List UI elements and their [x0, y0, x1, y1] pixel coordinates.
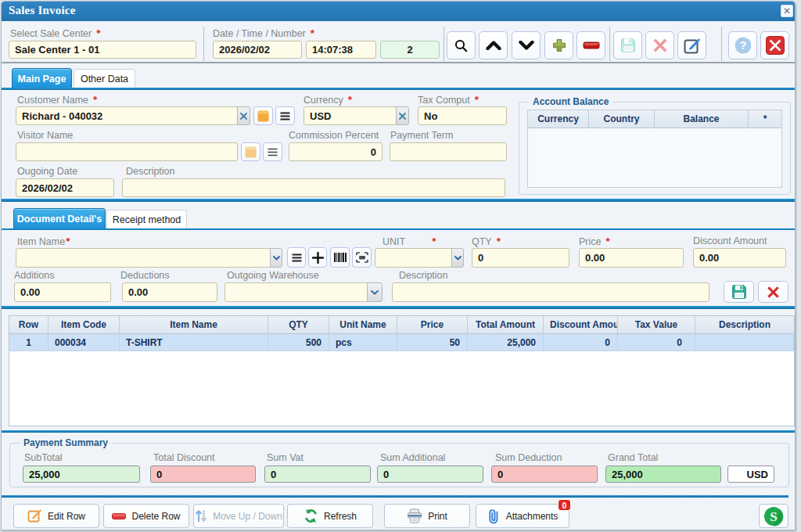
header-strip-divider [2, 62, 795, 63]
payment-term-input[interactable] [390, 142, 507, 161]
discount-amount-input[interactable]: 0.00 [693, 248, 786, 268]
detail-description-input[interactable] [392, 282, 709, 302]
description-input[interactable] [122, 178, 505, 197]
tab-other-data[interactable]: Other Data [74, 69, 135, 88]
cancel-x-icon [652, 38, 668, 53]
detail-tab-underline [2, 228, 795, 230]
unit-dropdown-button[interactable] [451, 248, 464, 268]
grid-col-item-code[interactable]: Item Code [48, 316, 120, 334]
grid-col-qty[interactable]: QTY [268, 316, 329, 334]
cell-description [695, 334, 794, 351]
account-balance-col-currency[interactable]: Currency [528, 110, 589, 128]
main-tab-underline [2, 88, 795, 90]
summary-currency-button[interactable]: USD [727, 466, 774, 483]
customer-lookup-button[interactable] [253, 106, 273, 125]
chevron-down-icon [371, 290, 379, 295]
save-button[interactable] [613, 31, 642, 59]
deductions-input[interactable]: 0.00 [122, 282, 217, 302]
item-menu-button[interactable] [287, 247, 306, 268]
qty-input[interactable]: 0 [472, 248, 569, 268]
grid-col-tax-value[interactable]: Tax Value [618, 316, 695, 334]
account-balance-col-balance[interactable]: Balance [655, 110, 749, 128]
help-button[interactable]: ? [728, 31, 757, 59]
add-record-button[interactable] [544, 31, 573, 59]
outgoing-date-input[interactable]: 2026/02/02 [16, 178, 114, 197]
date-input[interactable]: 2026/02/02 [213, 41, 302, 59]
sale-center-input[interactable]: Sale Center 1 - 01 [9, 41, 196, 59]
titlebar-close-button[interactable]: ✕ [781, 5, 793, 17]
outgoing-warehouse-dropdown-button[interactable] [367, 282, 383, 302]
items-grid: Row Item Code Item Name QTY Unit Name Pr… [9, 315, 795, 426]
account-balance-col-star[interactable]: * [749, 110, 781, 128]
customer-menu-button[interactable] [275, 106, 295, 125]
remove-record-button[interactable] [577, 31, 605, 59]
print-icon [407, 509, 422, 523]
cell-price: 50 [397, 334, 468, 351]
tab-receipt-method[interactable]: Receipt method [106, 210, 187, 229]
item-scan-button[interactable] [352, 247, 372, 268]
currency-label: Currency* [304, 94, 352, 106]
account-balance-col-country[interactable]: Country [589, 110, 655, 128]
price-input[interactable]: 0.00 [579, 248, 684, 268]
refresh-button[interactable]: Refresh [287, 504, 373, 528]
additions-input[interactable]: 0.00 [14, 282, 111, 302]
detail-description-label: Description [399, 270, 448, 281]
item-name-combo-input[interactable] [16, 248, 271, 268]
customer-name-input[interactable]: Richard - 040032 [16, 106, 238, 125]
close-button[interactable] [760, 31, 789, 59]
delete-row-button[interactable]: Delete Row [103, 504, 189, 528]
currency-toggle-button[interactable]: S [759, 504, 788, 528]
outgoing-warehouse-combo-input[interactable] [224, 282, 368, 302]
qty-label: QTY* [472, 235, 501, 247]
unit-combo-input[interactable] [375, 248, 452, 268]
barcode-icon [334, 253, 347, 262]
visitor-name-input[interactable] [16, 142, 238, 161]
required-marker: * [66, 235, 70, 247]
move-up-down-button[interactable]: Move Up / Down [193, 504, 284, 528]
date-time-number-label: Date / Time / Number* [213, 27, 314, 39]
sum-additional-label: Sum Additional [380, 452, 445, 463]
print-button[interactable]: Print [384, 504, 470, 528]
attachments-button[interactable]: Attachments 0 [476, 504, 569, 528]
number-input[interactable]: 2 [380, 41, 440, 59]
cell-unit-name: pcs [329, 334, 397, 351]
tax-comput-input[interactable]: No [418, 106, 507, 125]
cell-qty: 500 [268, 334, 329, 351]
edit-button[interactable] [677, 31, 706, 59]
edit-row-button[interactable]: Edit Row [13, 504, 99, 528]
commission-percent-input[interactable]: 0 [289, 142, 383, 161]
time-input[interactable]: 14:07:38 [306, 41, 376, 59]
tab-main-page[interactable]: Main Page [12, 68, 72, 88]
visitor-lookup-button[interactable] [241, 142, 260, 161]
grid-col-description[interactable]: Description [695, 316, 794, 334]
grid-col-item-name[interactable]: Item Name [120, 316, 268, 334]
grid-col-row[interactable]: Row [9, 316, 48, 334]
grid-col-price[interactable]: Price [397, 316, 468, 334]
row-cancel-button[interactable] [758, 281, 788, 303]
plus-icon [312, 252, 324, 264]
row-save-button[interactable] [724, 281, 754, 303]
item-add-button[interactable] [308, 247, 327, 268]
grid-col-discount-amount[interactable]: Discount Amount [544, 316, 618, 334]
search-button[interactable] [447, 31, 476, 59]
edit-icon [683, 37, 701, 55]
sum-vat-value: 0 [264, 466, 371, 483]
tab-document-details[interactable]: Document Detail's [13, 208, 106, 229]
item-name-dropdown-button[interactable] [270, 248, 282, 268]
customer-clear-button[interactable] [237, 106, 250, 125]
currency-input[interactable]: USD [304, 106, 397, 125]
record-prev-button[interactable] [479, 31, 508, 59]
cell-row: 1 [9, 334, 48, 351]
item-barcode-button[interactable] [330, 247, 350, 268]
visitor-menu-button[interactable] [263, 142, 282, 161]
record-next-button[interactable] [512, 31, 541, 59]
cancel-button[interactable] [645, 31, 674, 59]
grid-col-total-amount[interactable]: Total Amount [468, 316, 544, 334]
currency-clear-button[interactable] [396, 106, 409, 125]
grid-col-unit-name[interactable]: Unit Name [329, 316, 397, 334]
refresh-icon [304, 509, 318, 523]
additions-label: Additions [14, 270, 54, 281]
account-balance-table: Currency Country Balance * [527, 110, 782, 188]
sales-invoice-window: Sales Invoice ✕ Select Sale Center* Sale… [0, 0, 801, 532]
unit-label: UNIT* [383, 235, 436, 247]
